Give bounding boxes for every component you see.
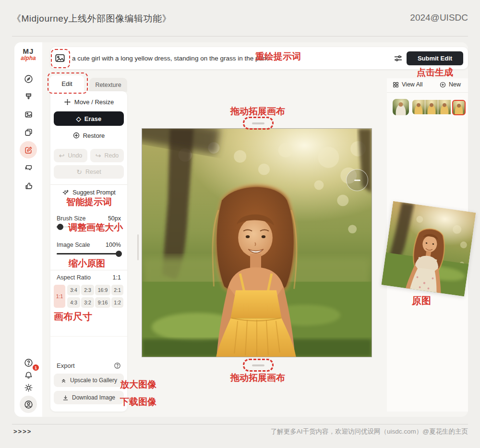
ratio-option[interactable]: 2:1 [111,285,123,295]
scale-slider-fill [57,253,121,254]
export-row: Export [57,362,121,369]
brush-cursor-overlay[interactable] [346,169,368,191]
account-avatar-icon[interactable] [20,396,37,413]
annotation-upscale: 放大图像 [120,378,156,391]
ratio-option-1-1[interactable]: 1:1 [54,285,65,308]
download-icon [62,395,69,401]
annotation-drag-bottom: 拖动拓展画布 [227,372,289,384]
aspect-ratio-value: 1:1 [113,274,121,281]
organize-layers-icon[interactable] [20,123,37,141]
redo-button[interactable]: ↪ Redo [90,149,124,162]
version-thumbnail-group [412,100,466,115]
image-scale-value: 100% [106,242,121,248]
version-thumbnail[interactable] [425,100,438,114]
image-scale-row: Image Scale 100% [57,242,121,248]
version-thumbnail-selected[interactable] [452,100,466,115]
page-title: 《Midjourney上线外部图像编辑功能》 [12,12,171,25]
aspect-ratio-row: Aspect Ratio 1:1 [57,274,121,281]
new-button[interactable]: New [440,81,461,88]
restore-label: Restore [83,132,105,139]
version-thumbnail[interactable] [438,100,451,114]
ratio-option[interactable]: 3:4 [67,285,80,295]
reset-label: Reset [85,169,101,175]
edit-pencil-icon[interactable] [20,141,37,158]
redo-icon: ↪ [96,152,101,159]
submit-edit-button[interactable]: Submit Edit [407,51,463,65]
header-divider [12,36,468,36]
plus-circle-icon [440,82,446,88]
footer-credit: 了解更多AI干货内容，欢迎访问优设网（uisdc.com）@夏花生的主页 [271,427,468,436]
aspect-ratio-label: Aspect Ratio [57,274,91,281]
move-resize-button[interactable]: Move / Resize [54,95,124,109]
canvas-bottom-drag-handle[interactable] [243,359,274,372]
upscale-button[interactable]: Upscale to Gallery [54,374,124,387]
explore-compass-icon[interactable] [20,70,37,87]
download-button[interactable]: Download Image [54,391,124,404]
panel-divider [50,184,127,185]
notification-badge: 1 [33,364,39,371]
chevrons-up-icon [60,377,67,384]
undo-label: Undo [68,152,82,159]
ratio-option[interactable]: 9:16 [95,297,110,308]
prompt-input[interactable]: a cute girl with a long yellow dress, st… [72,55,268,62]
drag-handle-bar [252,364,264,366]
undo-button[interactable]: ↩ Undo [54,149,87,162]
gallery-image-icon[interactable] [20,106,37,123]
download-label: Download Image [72,394,115,401]
new-label: New [449,81,461,88]
ratio-grid: 3:4 2:3 16:9 2:1 4:3 3:2 9:16 1:2 [67,285,123,308]
ratio-option[interactable]: 4:3 [67,297,80,308]
credit-text: 2024@UISDC [410,12,468,23]
create-brush-icon[interactable] [20,88,37,105]
ratio-option[interactable]: 16:9 [95,285,110,295]
annotation-prompt: 重绘提示词 [255,50,301,63]
annotation-drag-top: 拖动拓展画布 [227,105,289,118]
tab-retexture[interactable]: Retexture [89,78,127,92]
view-all-button[interactable]: View All [393,81,423,88]
annotation-brush: 调整画笔大小 [68,221,123,234]
edit-canvas[interactable] [142,128,372,357]
move-icon [64,98,71,106]
panel-scrollbar[interactable] [137,234,139,260]
redo-label: Redo [104,152,119,159]
erase-diamond-icon: ◇ [76,115,81,122]
theme-sun-icon[interactable] [20,379,37,396]
scale-slider-knob[interactable] [116,251,122,257]
erase-label: Erase [84,115,101,122]
ratio-option[interactable]: 3:2 [81,297,94,308]
restore-button[interactable]: Restore [54,129,124,142]
image-scale-slider[interactable] [57,253,121,254]
restore-plus-icon [73,132,80,139]
canvas-photo [142,129,372,357]
brush-slider-knob[interactable] [57,224,63,230]
chat-bubbles-icon[interactable] [20,159,37,176]
ratio-option[interactable]: 2:3 [81,285,94,295]
like-thumb-icon[interactable] [20,177,37,194]
brush-size-value: 50px [108,215,121,222]
annotation-suggest: 智能提示词 [66,196,112,208]
brush-cursor-dash [354,180,360,181]
annotation-download: 下载图像 [120,396,156,408]
undo-icon: ↩ [59,152,65,159]
reset-button[interactable]: ↻ Reset [54,165,124,179]
erase-button[interactable]: ◇ Erase [54,111,124,126]
version-thumbnail[interactable] [412,100,425,114]
settings-sliders-icon[interactable] [394,54,403,65]
view-all-label: View All [402,81,423,88]
brush-size-label: Brush Size [57,215,85,222]
original-photo [382,201,476,297]
annotation-original: 原图 [412,294,431,307]
footer-marks: >>>> [13,428,32,435]
export-help-icon[interactable] [114,362,121,369]
move-resize-label: Move / Resize [74,98,114,106]
version-thumbnail-original[interactable] [393,99,409,115]
canvas-top-drag-handle[interactable] [243,117,274,130]
grid-icon [393,82,399,88]
reset-icon: ↻ [76,168,82,176]
mj-logo: MJ [14,47,42,55]
edit-tab-annotation-box [48,73,88,94]
upscale-label: Upscale to Gallery [70,377,117,384]
annotation-submit: 点击生成 [417,66,453,79]
suggest-prompt-label: Suggest Prompt [72,189,116,196]
ratio-option[interactable]: 1:2 [111,297,123,308]
